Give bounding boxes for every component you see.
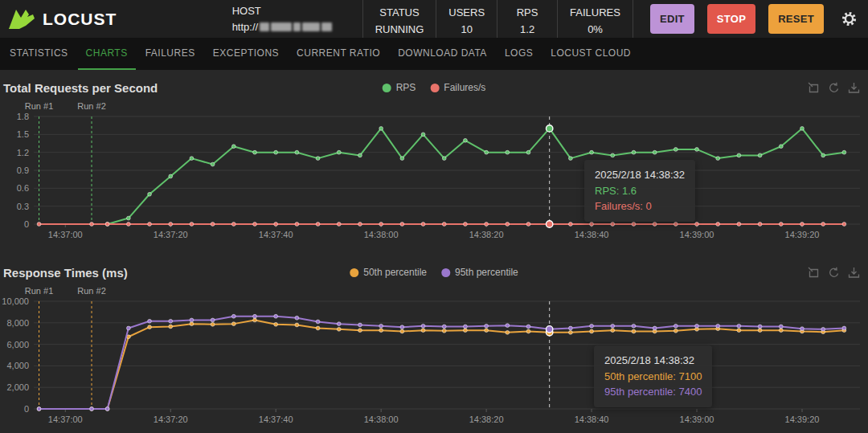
svg-text:Run #1: Run #1 xyxy=(25,286,53,296)
svg-text:4,000: 4,000 xyxy=(6,361,29,370)
svg-text:14:38:00: 14:38:00 xyxy=(364,230,399,239)
header-stats: STATUS RUNNING USERS 10 RPS 1.2 FAILURES… xyxy=(362,0,633,38)
response-times-chart-title: Response Times (ms) xyxy=(3,266,128,280)
legend-label: 50th percentile xyxy=(363,267,427,278)
legend-item-50th-percentile[interactable]: 50th percentile xyxy=(350,267,427,278)
svg-text:14:37:00: 14:37:00 xyxy=(48,230,83,239)
response-times-chart-header: Response Times (ms) 50th percentile95th … xyxy=(0,262,868,283)
tooltip-row: Failures/s: 0 xyxy=(595,198,685,214)
svg-text:2,000: 2,000 xyxy=(6,382,29,392)
grid-and-y-axis: 10,0008,0006,0004,0002,0000 xyxy=(2,296,860,414)
series-50th-percentile xyxy=(37,318,846,411)
stat-failures-value: 0% xyxy=(570,23,620,35)
locust-logo-icon xyxy=(8,7,35,31)
rps-chart-header: Total Requests per Second RPSFailures/s xyxy=(0,77,868,98)
tooltip-row: 95th percentile: 7400 xyxy=(604,384,702,400)
stat-rps: RPS 1.2 xyxy=(497,0,557,38)
svg-text:14:38:40: 14:38:40 xyxy=(575,415,609,424)
tab-exceptions[interactable]: EXCEPTIONS xyxy=(205,38,287,70)
stat-status-label: STATUS xyxy=(375,6,424,18)
svg-text:0: 0 xyxy=(24,404,29,414)
svg-text:Run #2: Run #2 xyxy=(77,101,105,111)
svg-text:1.5: 1.5 xyxy=(17,129,29,139)
svg-text:1.2: 1.2 xyxy=(17,148,29,157)
svg-text:10,000: 10,000 xyxy=(2,296,29,306)
stat-failures: FAILURES 0% xyxy=(557,0,633,38)
svg-text:0: 0 xyxy=(24,219,29,229)
x-axis: 14:37:0014:37:2014:37:4014:38:0014:38:20… xyxy=(48,224,820,239)
svg-text:0.6: 0.6 xyxy=(17,183,29,193)
response-times-chart-toolbox xyxy=(808,267,860,279)
restore-icon[interactable] xyxy=(828,267,840,279)
svg-text:14:39:20: 14:39:20 xyxy=(785,230,820,239)
svg-text:14:38:20: 14:38:20 xyxy=(469,415,504,424)
host-value-prefix: http:// xyxy=(232,21,259,33)
tab-failures[interactable]: FAILURES xyxy=(137,38,203,70)
response-times-chart[interactable]: 10,0008,0006,0004,0002,000014:37:0014:37… xyxy=(0,283,868,433)
tooltip-timestamp: 2025/2/18 14:38:32 xyxy=(595,167,685,183)
stat-users-label: USERS xyxy=(448,6,485,18)
tab-locust-cloud[interactable]: LOCUST CLOUD xyxy=(542,38,639,70)
tooltip-timestamp: 2025/2/18 14:38:32 xyxy=(604,353,702,369)
legend-item-rps[interactable]: RPS xyxy=(383,82,416,93)
tooltip-row: 50th percentile: 7100 xyxy=(604,369,702,385)
stop-button[interactable]: STOP xyxy=(707,4,755,34)
rps-chart-legend: RPSFailures/s xyxy=(383,82,486,93)
restore-icon[interactable] xyxy=(828,82,840,94)
rps-chart-canvas[interactable]: 1.81.51.20.90.60.3014:37:0014:37:2014:37… xyxy=(0,98,868,251)
response-times-chart-tooltip: 2025/2/18 14:38:3250th percentile: 71009… xyxy=(594,345,712,407)
host-label: HOST xyxy=(232,5,354,17)
svg-text:Run #2: Run #2 xyxy=(77,286,105,296)
tab-logs[interactable]: LOGS xyxy=(497,38,541,70)
svg-text:14:38:40: 14:38:40 xyxy=(575,230,609,239)
logo-text: LOCUST xyxy=(43,10,117,29)
rps-chart-title: Total Requests per Second xyxy=(3,81,158,95)
stat-failures-label: FAILURES xyxy=(570,6,620,18)
svg-text:8,000: 8,000 xyxy=(6,318,29,328)
legend-dot xyxy=(383,84,391,92)
settings-gear-icon[interactable] xyxy=(840,10,858,28)
svg-text:Run #1: Run #1 xyxy=(25,101,53,111)
stat-rps-value: 1.2 xyxy=(510,23,545,35)
stat-users: USERS 10 xyxy=(436,0,497,38)
rps-chart[interactable]: 1.81.51.20.90.60.3014:37:0014:37:2014:37… xyxy=(0,98,868,251)
svg-text:14:37:40: 14:37:40 xyxy=(259,415,293,424)
svg-text:14:37:00: 14:37:00 xyxy=(48,415,83,424)
tab-statistics[interactable]: STATISTICS xyxy=(2,38,76,70)
legend-item-failures-s[interactable]: Failures/s xyxy=(430,82,485,93)
stat-status-value: RUNNING xyxy=(375,23,424,35)
edit-button[interactable]: EDIT xyxy=(650,4,694,34)
tab-download-data[interactable]: DOWNLOAD DATA xyxy=(390,38,495,70)
legend-label: 95th percentile xyxy=(455,267,518,278)
top-header: LOCUST HOST http:// STATUS RUNNING USERS… xyxy=(0,0,868,38)
tab-current-ratio[interactable]: CURRENT RATIO xyxy=(289,38,388,70)
svg-text:14:38:20: 14:38:20 xyxy=(469,230,504,239)
series-failures-s xyxy=(37,221,846,227)
legend-item-95th-percentile[interactable]: 95th percentile xyxy=(441,267,518,278)
host-block: HOST http:// xyxy=(232,5,362,33)
svg-text:14:39:00: 14:39:00 xyxy=(680,415,714,424)
legend-label: RPS xyxy=(396,82,416,93)
redacted-host-value xyxy=(302,22,320,31)
data-zoom-icon[interactable] xyxy=(808,267,820,279)
data-zoom-icon[interactable] xyxy=(808,82,820,94)
grid-and-y-axis: 1.81.51.20.90.60.30 xyxy=(17,112,860,229)
tab-charts[interactable]: CHARTS xyxy=(78,38,136,70)
legend-label: Failures/s xyxy=(444,82,485,93)
response-times-chart-canvas[interactable]: 10,0008,0006,0004,0002,000014:37:0014:37… xyxy=(0,283,868,433)
x-axis: 14:37:0014:37:2014:37:4014:38:0014:38:20… xyxy=(48,409,820,424)
rps-chart-toolbox xyxy=(808,82,860,94)
reset-button[interactable]: RESET xyxy=(768,4,824,34)
rps-chart-card: Total Requests per Second RPSFailures/s … xyxy=(0,77,868,251)
stat-users-value: 10 xyxy=(448,23,485,35)
save-as-image-icon[interactable] xyxy=(848,267,860,279)
stat-rps-label: RPS xyxy=(510,6,545,18)
response-times-chart-card: Response Times (ms) 50th percentile95th … xyxy=(0,262,868,433)
nav-tabs: STATISTICSCHARTSFAILURESEXCEPTIONSCURREN… xyxy=(0,38,868,70)
svg-text:1.8: 1.8 xyxy=(17,112,29,121)
header-buttons: EDIT STOP RESET xyxy=(650,4,824,34)
run-markers: Run #1Run #2 xyxy=(25,286,106,409)
save-as-image-icon[interactable] xyxy=(848,82,860,94)
redacted-host-value xyxy=(271,22,292,31)
svg-text:14:37:40: 14:37:40 xyxy=(259,230,293,239)
